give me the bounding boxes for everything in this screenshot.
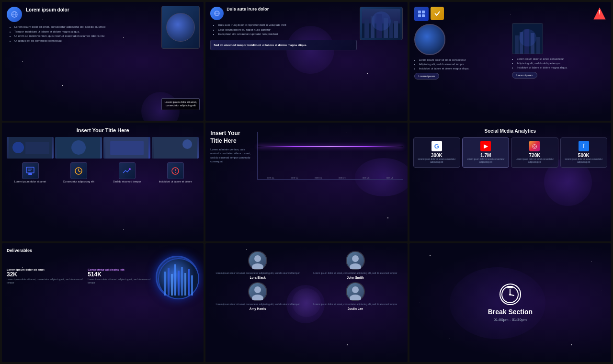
s8-desc-2: Lorem ipsum dolor sit amet, consectetur …	[313, 272, 397, 275]
svg-line-40	[79, 171, 80, 172]
s2-callout-text: Sed do eiusmod tempor incididunt ut labo…	[214, 43, 353, 47]
s6-card-instagram: ◎ 720K Lorem ipsum dolor sit amet consec…	[511, 137, 558, 168]
svg-point-62	[350, 295, 361, 300]
svg-rect-52	[184, 273, 186, 296]
s3-bullets-right: Lorem ipsum dolor sit amet, consectetur …	[512, 57, 606, 69]
svg-point-44	[175, 172, 176, 173]
svg-point-29	[71, 140, 86, 155]
s5-bar-5: Item 05	[355, 176, 377, 179]
s4-icon-3: Sed do eiusmod tempor	[103, 162, 150, 183]
s7-stat-desc-1: Lorem ipsum dolor sit amet, consectetur …	[7, 278, 84, 284]
s6-title: Social Media Analytics	[413, 128, 607, 134]
s7-title: Deliverables	[7, 248, 199, 253]
s8-people-grid: Lorem ipsum dolor sit amet, consectetur …	[210, 248, 402, 313]
s8-person-3: Lorem ipsum dolor sit amet, consectetur …	[210, 282, 305, 310]
s2-city	[362, 9, 400, 38]
s3-check-icon	[431, 7, 444, 20]
s4-photo-grid	[7, 137, 199, 159]
svg-rect-17	[422, 14, 425, 17]
s3-br-2: Adipiscing elit, sed do oblique tempor	[517, 61, 606, 66]
svg-point-61	[352, 286, 359, 293]
s4-icon-box-4	[167, 162, 184, 179]
svg-point-24	[519, 29, 536, 46]
s3-app-icon	[414, 7, 429, 21]
s5-bar-1: Item 01	[260, 176, 282, 179]
s4-icon-box-3	[119, 162, 136, 179]
s5-bar-label-1: Item 01	[267, 177, 274, 179]
s9-clock-icon	[499, 284, 521, 305]
s5-bar-3: Item 03	[307, 176, 329, 179]
s3-bullets-left: Lorem ipsum dolor sit amet, consectetur …	[414, 58, 509, 70]
s7-stat-num-1: 32K	[7, 271, 84, 278]
svg-rect-49	[174, 264, 176, 296]
svg-point-56	[252, 263, 263, 269]
s2-bullet-1: Duis aute irure dolor in reprehenderit i…	[218, 23, 356, 28]
s4-icon-1: Lorem ipsum dolor sit amet	[7, 162, 54, 183]
s5-bar-label-4: Item 04	[339, 177, 346, 179]
s6-facebook-stat: 500K	[564, 153, 604, 158]
svg-rect-34	[26, 167, 34, 173]
s5-bar-label-6: Item 06	[386, 177, 393, 179]
slide-2: Duis aute irure dolor Duis aute irure do…	[205, 2, 407, 121]
svg-rect-46	[164, 272, 166, 296]
svg-rect-67	[507, 286, 513, 288]
svg-point-60	[252, 295, 263, 300]
s4-icon-box-1	[22, 162, 39, 179]
s4-icon-label-3: Sed do eiusmod tempor	[113, 180, 141, 183]
s4-photo-4	[152, 137, 199, 159]
svg-rect-27	[25, 142, 49, 154]
slide-grid: Lorem ipsum dolor Lorem ipsum dolor sit …	[0, 0, 613, 364]
s4-icon-4: Incididunt ut labore et dolore	[152, 162, 199, 183]
s7-stat-1: Lorem ipsum dolor sit amet 32K Lorem ips…	[7, 268, 84, 284]
svg-rect-15	[422, 11, 425, 13]
slide-7: Deliverables Lorem ipsum dolor sit amet …	[2, 243, 204, 362]
s4-photo-1	[7, 137, 54, 159]
s4-icon-box-2	[70, 162, 87, 179]
svg-point-55	[254, 255, 261, 262]
s8-person-1: Lorem ipsum dolor sit amet, consectetur …	[210, 251, 305, 279]
s3-bl-3: Incididunt ut labore et dolore magna ali…	[419, 67, 509, 71]
s5-body: Lorem ad minim veniam, quis nostrud exer…	[210, 148, 253, 163]
s2-header: Duis aute irure dolor	[210, 7, 356, 20]
svg-rect-37	[28, 173, 32, 175]
s3-globe-img	[414, 24, 445, 55]
svg-rect-47	[168, 268, 170, 296]
svg-rect-51	[181, 267, 183, 296]
s1-globe	[166, 13, 195, 42]
s6-instagram-stat: 720K	[514, 153, 555, 158]
slide-8: Lorem ipsum dolor sit amet, consectetur …	[205, 243, 407, 362]
s6-card-youtube: ▶ 1.7M Lorem ipsum dolor sit amet consec…	[462, 137, 509, 168]
s7-layout: Lorem ipsum dolor sit amet 32K Lorem ips…	[7, 256, 199, 299]
s1-image	[161, 6, 200, 49]
svg-rect-54	[191, 275, 193, 296]
s5-bars: Item 01 Item 02 Item 03	[258, 132, 402, 179]
s8-name-1: Lora Black	[250, 276, 266, 279]
s3-btn-right[interactable]: Lorem ipsum	[512, 72, 537, 79]
s9-time: 01:00pm - 01:30pm	[488, 318, 533, 322]
slide-5: Insert Your Title Here Lorem ad minim ve…	[205, 123, 407, 241]
s4-icon-label-2: Consectetur adipisicing elit	[63, 180, 94, 183]
s6-facebook-icon: f	[579, 141, 589, 151]
svg-rect-14	[418, 11, 421, 13]
svg-point-26	[12, 142, 24, 153]
s6-google-icon: G	[431, 141, 442, 151]
s2-callout: Sed do eiusmod tempor incididunt ut labo…	[210, 40, 356, 50]
s8-person-2: Lorem ipsum dolor sit amet, consectetur …	[308, 251, 403, 279]
s6-instagram-icon: ◎	[529, 141, 540, 151]
s7-stat-row: Lorem ipsum dolor sit amet 32K Lorem ips…	[7, 268, 153, 284]
s3-bl-2: Adipiscing elit, sed do eiusmod tempor	[419, 62, 509, 67]
s4-icon-grid: Lorem ipsum dolor sit amet Consectetur a…	[7, 162, 199, 183]
s5-bar-label-5: Item 05	[363, 177, 370, 179]
s6-facebook-label: Lorem ipsum dolor sit amet consectetur a…	[564, 158, 604, 164]
s4-icon-2: Consectetur adipisicing elit	[55, 162, 102, 183]
svg-rect-16	[418, 14, 421, 17]
slide-9: Break Section 01:00pm - 01:30pm	[409, 243, 611, 362]
s3-btn-left[interactable]: Lorem ipsum	[414, 73, 440, 80]
s6-youtube-stat: 1.7M	[465, 153, 506, 158]
svg-point-58	[350, 263, 361, 269]
s7-stat-2: Consectetur adipiscing elit 514K Lorem i…	[88, 268, 153, 284]
s5-bar-4: Item 04	[331, 176, 353, 179]
s8-person-4: Lorem ipsum dolor sit amet, consectetur …	[308, 282, 403, 310]
s8-avatar-1	[248, 251, 267, 270]
s8-name-3: Amy Harris	[250, 307, 266, 310]
